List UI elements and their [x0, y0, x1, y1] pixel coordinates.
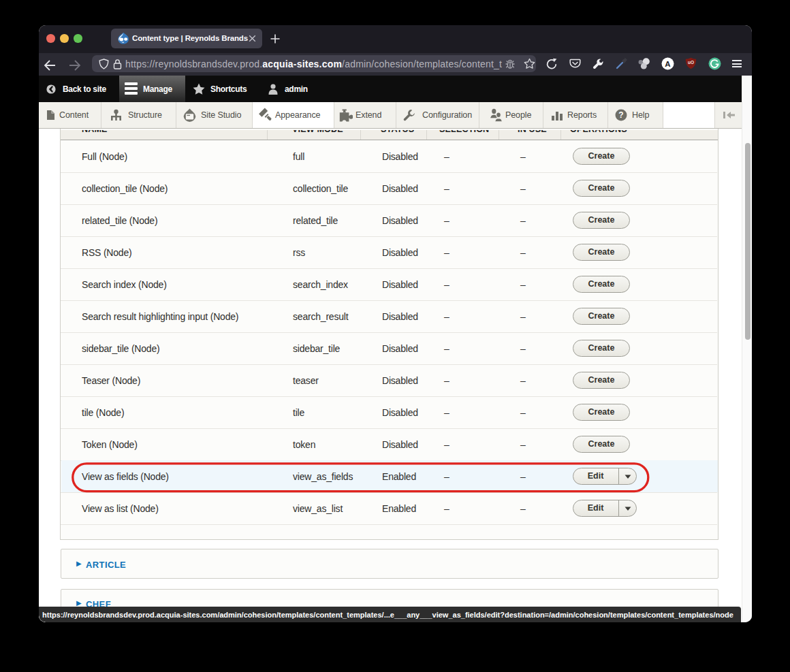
svg-text:?: ?	[618, 110, 623, 120]
svg-text:A: A	[665, 60, 670, 68]
svg-text:uO: uO	[688, 60, 694, 65]
